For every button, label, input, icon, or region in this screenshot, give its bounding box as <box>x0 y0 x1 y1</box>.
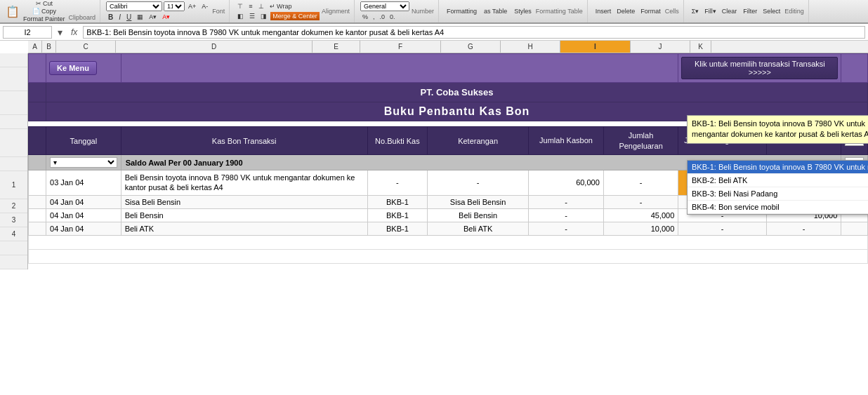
row3-jumlah-kasbon: - <box>529 208 604 222</box>
formula-input[interactable] <box>83 26 865 39</box>
insert-button[interactable]: Insert <box>593 7 614 15</box>
format-painter-button[interactable]: Format Painter <box>22 15 67 22</box>
number-format-select[interactable]: General <box>360 1 409 11</box>
ke-menu-button[interactable]: Ke Menu <box>49 61 97 75</box>
underline-button[interactable]: U <box>124 13 133 22</box>
paste-icon: 📋 <box>6 5 20 18</box>
as-table-button[interactable]: as Table <box>482 7 509 15</box>
align-bottom-button[interactable]: ⊥ <box>256 2 266 11</box>
row4-pengeluaran: 10,000 <box>603 222 678 235</box>
bold-button[interactable]: B <box>106 13 115 22</box>
increase-font-button[interactable]: A+ <box>186 1 198 11</box>
comma-button[interactable]: , <box>371 13 377 21</box>
row1-pengeluaran: - <box>603 170 678 196</box>
dropdown-item-3[interactable]: BKB-3: Beli Nasi Padang <box>688 187 868 201</box>
align-top-button[interactable]: ⊤ <box>235 2 245 11</box>
number-group: General % , .0 0. Number <box>356 0 439 22</box>
row4-no-bukti: BKB-1 <box>367 222 427 235</box>
dropdown-item-2[interactable]: BKB-2: Beli ATK <box>688 174 868 187</box>
col-header-e: E <box>313 41 360 53</box>
italic-button[interactable]: I <box>117 13 123 22</box>
book-title-text: Buku Penbantu Kas Bon <box>384 105 530 117</box>
row3-keterangan: Beli Bensin <box>428 208 529 222</box>
row-num-5 <box>0 241 27 255</box>
saldo-awal-a <box>29 155 46 170</box>
spreadsheet-table: Ke Menu Klik untuk memilih transaksi Tra… <box>28 53 868 264</box>
row-numbers: 1 2 3 4 <box>0 53 28 269</box>
align-left-button[interactable]: ◧ <box>235 12 246 20</box>
row1-tanggal: 03 Jan 04 <box>46 170 121 196</box>
cell-reference-box[interactable] <box>3 26 52 39</box>
row-num-header <box>0 129 27 157</box>
row2-no-bukti: BKB-1 <box>367 195 427 208</box>
row2-jumlah-kasbon: - <box>529 195 604 208</box>
row1-jumlah-kasbon: 60,000 <box>529 170 604 196</box>
col-header-k: K <box>690 41 711 53</box>
dropdown-popup[interactable]: BKB-1: Beli Bensin toyota innova B 7980 … <box>687 160 868 215</box>
row4-tanggal: 04 Jan 04 <box>46 222 121 235</box>
decrease-decimal-button[interactable]: 0. <box>388 13 397 21</box>
autosum-button[interactable]: Σ▾ <box>690 7 702 15</box>
col-header-j: J <box>631 41 690 53</box>
sort-filter-button[interactable]: Filter <box>741 7 759 15</box>
saldo-awal-tanggal: ▾ <box>46 155 121 170</box>
tooltip-box: BKB-1: Beli Bensin toyota innova B 7980 … <box>687 115 868 144</box>
border-button[interactable]: ▦ <box>135 13 145 22</box>
copy-button[interactable]: 📄 Copy <box>22 8 67 15</box>
filter-tanggal[interactable]: ▾ <box>50 157 117 168</box>
formatting-button[interactable]: Formatting <box>445 7 479 15</box>
align-center-button[interactable]: ☰ <box>247 12 257 20</box>
sheet-body: 1 2 3 4 Ke Menu <box>0 53 868 269</box>
ke-menu-row: Ke Menu Klik untuk memilih transaksi Tra… <box>29 54 868 83</box>
wrap-text-button[interactable]: ↵ Wrap <box>268 2 294 11</box>
clipboard-group: 📋 ✂ Cut 📄 Copy Format Painter Clipboard <box>1 0 100 22</box>
transaksi-button[interactable]: Klik untuk memilih transaksi Transaksi >… <box>681 57 838 79</box>
styles-group: Formatting as Table Styles Formatting Ta… <box>440 0 588 22</box>
row4-k <box>841 222 868 235</box>
row-num-1: 1 <box>0 171 27 199</box>
font-size-select[interactable]: 11 <box>164 1 185 11</box>
percent-button[interactable]: % <box>360 13 370 21</box>
font-color-button[interactable]: A▾ <box>160 13 172 22</box>
font-group: Calibri 11 A+ A- B I U ▦ A▾ A▾ Font <box>102 0 230 22</box>
header-a <box>29 127 46 155</box>
row1-a <box>29 170 46 196</box>
format-button[interactable]: Format <box>638 7 663 15</box>
cell-styles-button[interactable]: Styles <box>512 7 534 15</box>
merge-center-button[interactable]: Merge & Center <box>270 12 320 20</box>
empty-row-1 <box>29 235 868 249</box>
empty-cell-2 <box>29 249 868 263</box>
row3-no-bukti: BKB-1 <box>367 208 427 222</box>
cell-a-company <box>29 83 46 102</box>
dropdown-item-4[interactable]: BKB-4: Bon service mobil <box>688 201 868 214</box>
row4-keterangan: Beli ATK <box>428 222 529 235</box>
dropdown-item-1[interactable]: BKB-1: Beli Bensin toyota innova B 7980 … <box>688 161 868 174</box>
row2-a <box>29 195 46 208</box>
increase-decimal-button[interactable]: .0 <box>377 13 387 21</box>
row-num-4: 4 <box>0 227 27 241</box>
editing-group: Σ▾ Fill▾ Clear Filter Select Editing <box>685 0 809 22</box>
formula-dropdown-arrow[interactable]: ▾ <box>55 27 65 38</box>
fill-color-button[interactable]: A▾ <box>147 13 159 22</box>
cut-button[interactable]: ✂ Cut <box>22 0 67 7</box>
data-row-4: 04 Jan 04 Beli ATK BKB-1 Beli ATK - 10,0… <box>29 222 868 235</box>
row4-kas-bon: Beli ATK <box>121 222 367 235</box>
select-button[interactable]: Select <box>761 7 782 15</box>
row2-kas-bon: Sisa Beli Bensin <box>121 195 367 208</box>
header-keterangan: Keterangan <box>428 127 529 155</box>
row2-keterangan: Sisa Beli Bensin <box>428 195 529 208</box>
row-num-blank3 <box>0 91 27 115</box>
cell-a-menu <box>29 54 46 83</box>
number-label: Number <box>412 8 434 15</box>
decrease-font-button[interactable]: A- <box>199 1 210 11</box>
align-middle-button[interactable]: ≡ <box>246 2 254 11</box>
align-right-button[interactable]: ◨ <box>258 12 269 20</box>
header-kas-bon: Kas Bon Transaksi <box>121 127 367 155</box>
fill-button[interactable]: Fill▾ <box>702 7 718 15</box>
cells-group: Insert Delete Format Cells <box>589 0 684 22</box>
delete-button[interactable]: Delete <box>614 7 637 15</box>
clear-button[interactable]: Clear <box>720 7 739 15</box>
font-family-select[interactable]: Calibri <box>106 1 162 11</box>
row2-tanggal: 04 Jan 04 <box>46 195 121 208</box>
header-jumlah-kasbon: Jumlah Kasbon <box>529 127 604 155</box>
